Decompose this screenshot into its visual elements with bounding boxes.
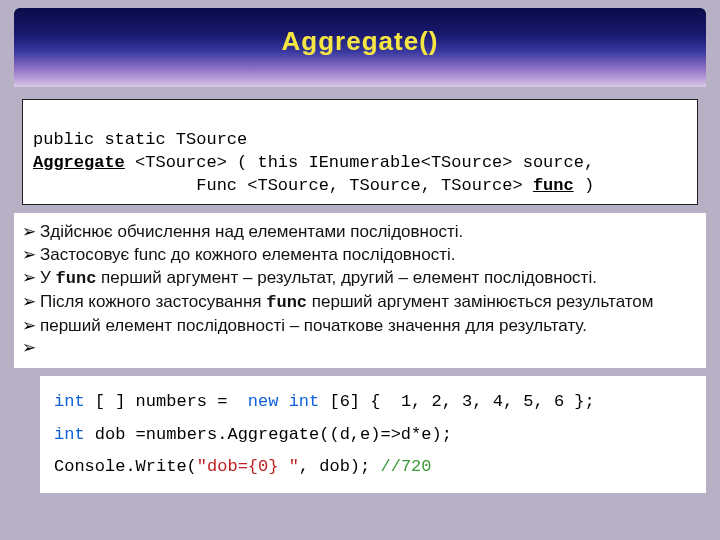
bullet-row: ➢ [18, 337, 696, 360]
bullet-text: Здійснює обчислення над елементами послі… [40, 221, 696, 244]
bullet-marker-icon: ➢ [18, 221, 40, 244]
bullet-text: Після кожного застосування func перший а… [40, 291, 696, 315]
sig-line1: public static TSource [33, 130, 247, 149]
title-text: Aggregate() [282, 26, 439, 56]
bullet-text: перший елемент послідовності – початкове… [40, 315, 696, 338]
code-line: int [ ] numbers = new int [6] { 1, 2, 3,… [54, 386, 692, 418]
sig-line3-pre: Func <TSource, TSource, TSource> [33, 176, 533, 195]
code-line: Console.Write("dob={0} ", dob); //720 [54, 451, 692, 483]
bullet-marker-icon: ➢ [18, 337, 40, 360]
description-list: ➢Здійснює обчислення над елементами посл… [14, 213, 706, 369]
code-line: int dob =numbers.Aggregate((d,e)=>d*e); [54, 419, 692, 451]
bullet-row: ➢Після кожного застосування func перший … [18, 291, 696, 315]
sig-param: func [533, 176, 574, 195]
sig-line3-post: ) [574, 176, 594, 195]
bullet-row: ➢перший елемент послідовності – початков… [18, 315, 696, 338]
code-sample: int [ ] numbers = new int [6] { 1, 2, 3,… [40, 376, 706, 493]
sig-method-name: Aggregate [33, 153, 125, 172]
bullet-marker-icon: ➢ [18, 267, 40, 291]
bullet-text [40, 337, 696, 360]
bullet-marker-icon: ➢ [18, 315, 40, 338]
bullet-marker-icon: ➢ [18, 291, 40, 315]
bullet-marker-icon: ➢ [18, 244, 40, 267]
bullet-row: ➢У func перший аргумент – результат, дру… [18, 267, 696, 291]
slide-title: Aggregate() [14, 8, 706, 87]
bullet-text: Застосовує func до кожного елемента посл… [40, 244, 696, 267]
bullet-row: ➢Застосовує func до кожного елемента пос… [18, 244, 696, 267]
sig-line2: <TSource> ( this IEnumerable<TSource> so… [125, 153, 594, 172]
bullet-text: У func перший аргумент – результат, друг… [40, 267, 696, 291]
method-signature: public static TSource Aggregate <TSource… [22, 99, 698, 205]
bullet-row: ➢Здійснює обчислення над елементами посл… [18, 221, 696, 244]
